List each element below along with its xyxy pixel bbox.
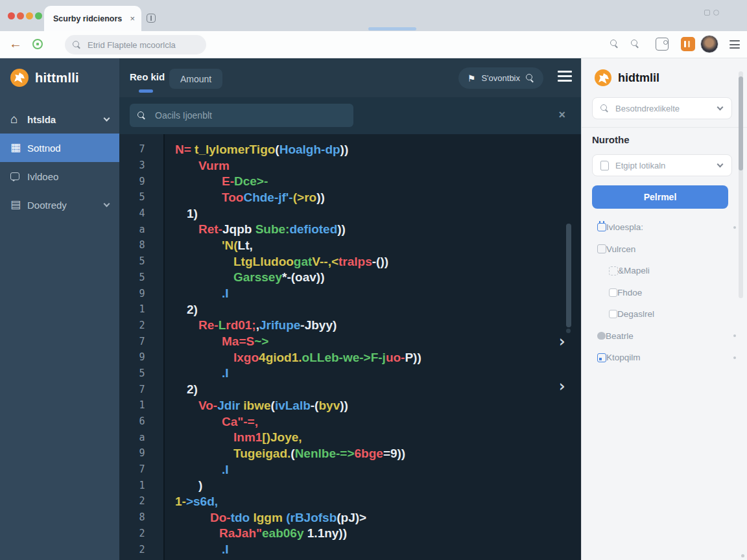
browser-tab-strip: Scurby ridcienors × xyxy=(0,0,747,31)
code-token: 6bge xyxy=(355,447,383,460)
address-input[interactable] xyxy=(86,40,198,51)
code-line[interactable]: 5LtgLludoogatV--,<tralps-()) xyxy=(119,253,581,270)
expand-chevron-icon[interactable]: › xyxy=(557,332,567,351)
line-number: 9 xyxy=(119,447,165,459)
panel-item-screen[interactable]: Vulrcen xyxy=(582,239,747,261)
item-options-dot xyxy=(733,226,736,229)
primary-button[interactable]: Pelrmel xyxy=(592,185,728,209)
panel-item-templates[interactable]: Ivloespla: xyxy=(582,216,747,239)
history-clipboard-icon[interactable] xyxy=(656,38,669,51)
code-line[interactable]: 5TooChde-jf'-(>ro)) xyxy=(119,189,581,205)
code-line[interactable]: 7N= t_lylomerTigo(Hoalgh-dp)) xyxy=(119,141,581,158)
code-line[interactable]: 7Ma=S~> xyxy=(119,333,581,349)
line-number: 5 xyxy=(119,191,165,203)
code-line[interactable]: 6Ca"-=, xyxy=(119,414,581,430)
editor-search-box[interactable] xyxy=(130,104,353,127)
code-token: 2) xyxy=(187,382,198,396)
corner-dot xyxy=(741,554,744,557)
panel-select-dropdown[interactable]: Etgipt lotikaln xyxy=(592,154,732,176)
action-pill-button[interactable]: ⚑ S'ovontbix xyxy=(458,67,543,89)
new-tab-button[interactable] xyxy=(147,14,156,23)
code-token: LtgLludoo xyxy=(233,255,294,268)
code-line[interactable]: 9Ixgo4giod1.oLLeb-we->F-juo-P)) xyxy=(119,349,581,366)
code-editor[interactable]: 7N= t_lylomerTigo(Hoalgh-dp))3Vurm9E-Dce… xyxy=(119,134,581,560)
code-token: E- xyxy=(222,174,234,188)
code-line[interactable]: aInm1[)Joye, xyxy=(119,429,581,445)
code-line[interactable]: 1Vo-Jdir ibwe(ivLalb-(byv)) xyxy=(119,397,581,414)
panel-item-beastie[interactable]: Beatrle xyxy=(582,325,747,347)
sidebar-item-library[interactable]: Dootredy xyxy=(0,191,119,219)
panel-item-dropdown[interactable]: Ktopqilm xyxy=(582,347,747,369)
app-sidebar: hittmlli htsldaSottnodIvldoeoDootredy xyxy=(0,58,119,560)
loading-indicator xyxy=(368,27,416,30)
back-button-icon[interactable]: ← xyxy=(9,36,22,51)
panel-scrollbar-thumb[interactable] xyxy=(739,76,743,170)
panel-item-shadow[interactable]: Fhdoe xyxy=(582,282,747,304)
editor-menu-icon[interactable] xyxy=(558,71,572,84)
code-line[interactable]: 7.I xyxy=(119,461,581,478)
sidebar-item-home[interactable]: htslda xyxy=(0,105,119,134)
item-options-dot xyxy=(733,356,736,359)
lens-search-icon[interactable] xyxy=(631,40,639,48)
code-text: 2) xyxy=(176,382,198,397)
code-token: P)) xyxy=(405,351,421,364)
panel-search-dropdown[interactable]: Besotndrexlikelte xyxy=(592,97,732,119)
app-logo[interactable]: hittmlli xyxy=(10,69,79,87)
close-icon[interactable]: × xyxy=(558,108,565,122)
code-line[interactable]: 9E-Dce>- xyxy=(119,173,581,189)
tab-close-icon[interactable]: × xyxy=(130,14,135,23)
sidebar-item-videos[interactable]: Ivldoeo xyxy=(0,162,119,191)
code-line[interactable]: 2Re-Lrd01;,Jrifupe-Jbyy) xyxy=(119,318,581,334)
browser-menu-icon[interactable] xyxy=(729,40,740,51)
code-token: 'N( xyxy=(222,239,238,252)
search-icon[interactable] xyxy=(610,40,619,48)
address-bar[interactable] xyxy=(65,35,206,54)
code-line[interactable]: 2RaJah"eab06y 1.1ny)) xyxy=(119,526,581,542)
refresh-icon[interactable] xyxy=(32,39,43,49)
code-token: 1- xyxy=(175,495,186,508)
grid-icon xyxy=(10,143,27,153)
code-line[interactable]: 1) xyxy=(119,477,581,493)
code-token: eab06y xyxy=(262,526,307,540)
browser-tab[interactable]: Scurby ridcienors × xyxy=(44,6,141,31)
extension-icon[interactable] xyxy=(681,37,695,51)
profile-avatar[interactable] xyxy=(700,35,718,53)
active-tab-underline xyxy=(139,89,153,93)
logo-bird-icon xyxy=(595,69,611,86)
panel-item-wrapper[interactable]: &Mapeli xyxy=(582,260,747,282)
line-number: 7 xyxy=(119,143,165,155)
sidebar-item-dashboard[interactable]: Sottnod xyxy=(0,134,119,162)
code-line[interactable]: 9Tugeigad.(Nenlbe-=>6bge=9)) xyxy=(119,445,581,461)
chk-icon xyxy=(609,310,617,318)
panel-item-details[interactable]: Degaslrel xyxy=(582,303,747,325)
code-token: Ma=S xyxy=(222,334,254,348)
code-line[interactable]: 9.I xyxy=(119,285,581,301)
tab-read-kid[interactable]: Reo kid xyxy=(130,71,165,82)
code-token: -()) xyxy=(372,255,388,268)
code-line[interactable]: 72) xyxy=(119,381,581,397)
code-line[interactable]: 2.I xyxy=(119,541,581,557)
code-line[interactable]: 3Vurm xyxy=(119,158,581,174)
window-close-button[interactable] xyxy=(8,12,15,19)
window-minimize-button[interactable] xyxy=(17,12,24,19)
window-restore-button[interactable] xyxy=(26,12,33,19)
code-line[interactable]: 8Do-tdo Iggm (rBJofsb(pJ)> xyxy=(119,509,581,526)
editor-scrollbar-thumb[interactable] xyxy=(566,224,571,327)
chk-icon xyxy=(609,288,617,297)
editor-search-input[interactable] xyxy=(154,110,346,121)
code-line[interactable]: 21->s6d, xyxy=(119,493,581,509)
line-number: 7 xyxy=(119,384,165,395)
window-option-icon[interactable] xyxy=(704,10,710,16)
window-option-icon[interactable] xyxy=(713,10,719,16)
code-line[interactable]: aRet-Jqpb Sube:defioted)) xyxy=(119,221,581,237)
code-line[interactable]: 41) xyxy=(119,205,581,222)
amount-button[interactable]: Amount xyxy=(169,69,222,89)
code-line[interactable]: 5Garssey*-(oav)) xyxy=(119,270,581,286)
code-token: Chde-jf'- xyxy=(243,191,292,204)
code-line[interactable]: 5.I xyxy=(119,366,581,382)
code-line[interactable]: 12) xyxy=(119,301,581,318)
code-lines: 7N= t_lylomerTigo(Hoalgh-dp))3Vurm9E-Dce… xyxy=(119,141,581,557)
window-zoom-button[interactable] xyxy=(35,12,42,19)
expand-chevron-icon[interactable]: › xyxy=(557,377,567,395)
code-line[interactable]: 8'N(Lt, xyxy=(119,237,581,253)
